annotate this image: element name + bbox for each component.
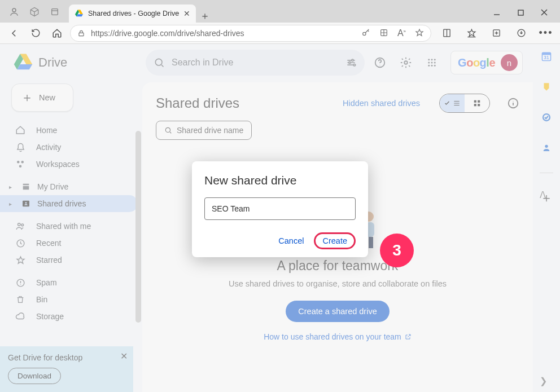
tab-close-icon[interactable]: ✕ — [183, 9, 190, 18]
url-field[interactable]: https://drive.google.com/drive/shared-dr… — [70, 25, 431, 42]
favorite-icon[interactable] — [415, 28, 424, 38]
downloads-icon[interactable] — [513, 25, 530, 42]
drive-favicon-icon — [75, 9, 84, 18]
svg-point-7 — [363, 32, 366, 35]
url-text: https://drive.google.com/drive/shared-dr… — [91, 29, 356, 38]
browser-titlebar: Shared drives - Google Drive ✕ ＋ — [0, 0, 560, 23]
create-button[interactable]: Create — [314, 232, 356, 249]
svg-point-0 — [12, 8, 16, 12]
cube-icon[interactable] — [29, 7, 40, 17]
nav-back-button[interactable] — [6, 25, 23, 42]
read-aloud-icon[interactable]: A» — [397, 28, 406, 38]
key-icon[interactable] — [361, 28, 370, 38]
collections-icon[interactable] — [488, 25, 505, 42]
nav-refresh-button[interactable] — [27, 25, 44, 42]
nav-home-button[interactable] — [49, 25, 65, 42]
svg-rect-1 — [52, 9, 58, 15]
tab-title: Shared drives - Google Drive — [88, 10, 179, 17]
new-tab-button[interactable]: ＋ — [196, 9, 214, 23]
new-shared-drive-dialog: New shared drive Cancel Create — [192, 161, 368, 257]
extension-icon[interactable] — [379, 28, 388, 38]
window-maximize-icon[interactable] — [516, 8, 525, 17]
cancel-button[interactable]: Cancel — [274, 233, 308, 249]
svg-rect-6 — [79, 33, 84, 36]
window-minimize-icon[interactable] — [492, 8, 501, 17]
tabs-icon[interactable] — [50, 7, 60, 17]
address-bar: https://drive.google.com/drive/shared-dr… — [0, 23, 560, 44]
lock-icon — [77, 29, 85, 37]
profile-icon[interactable] — [9, 7, 19, 17]
favorites-icon[interactable] — [463, 25, 480, 42]
more-menu-icon[interactable]: ••• — [537, 25, 554, 42]
step-badge: 3 — [380, 234, 414, 267]
shared-drive-name-input[interactable] — [204, 197, 356, 220]
svg-rect-3 — [518, 10, 523, 15]
dialog-title: New shared drive — [204, 174, 356, 187]
reader-icon[interactable] — [438, 25, 455, 42]
browser-tab[interactable]: Shared drives - Google Drive ✕ — [69, 5, 196, 23]
window-close-icon[interactable] — [540, 8, 549, 17]
